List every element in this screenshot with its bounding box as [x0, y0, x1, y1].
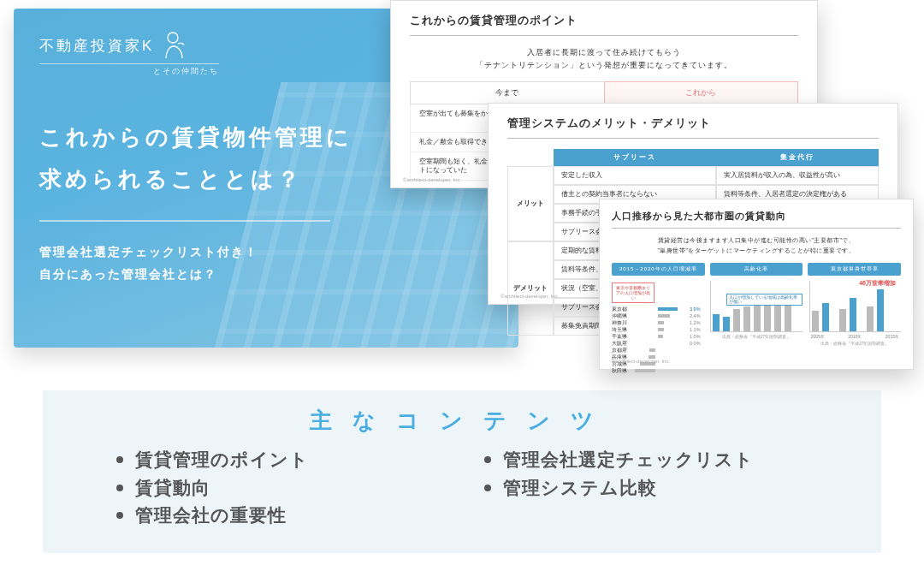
bar-group: 人口が増加している地域は高齢化率が低い [710, 281, 802, 332]
pill: 東京都単身世帯率 [808, 263, 901, 276]
col-past: 今まで [410, 81, 604, 104]
contents-panel: 主なコンテンツ 賃貸管理のポイント 賃貸動向 管理会社の重要性 管理会社選定チェ… [43, 390, 881, 553]
chart-single-household: 46万世帯増加 2005年 2010年 2015年 出典：総務省「平成27年国勢… [809, 281, 901, 375]
cell: 実入居賃料が収入の為、収益性が高い [716, 166, 879, 185]
cell: 安定した収入 [554, 166, 716, 185]
contents-list-left: 賃貸管理のポイント 賃貸動向 管理会社の重要性 [111, 446, 445, 530]
slide-credit: ©architect-developer, Inc. [612, 359, 670, 364]
hbar-row: 沖縄県2.4% [612, 313, 703, 319]
hbar-row: 神奈川1.2% [612, 320, 703, 326]
logo-text: 不動産投資家K [39, 36, 154, 56]
tick: 2005年 [811, 334, 825, 339]
logo-rule [39, 63, 219, 64]
slide-credit: ©architect-developer, Inc. [500, 294, 559, 299]
row-demerit: デメリット [507, 241, 554, 336]
slide-lead: 賃貸経営は今後ますます人口集中が進む可能性の高い"主要都市"で、 "単身世帯"を… [612, 235, 901, 256]
tick: 2010年 [848, 334, 862, 339]
contents-list-right: 管理会社選定チェックリスト 管理システム比較 [479, 446, 813, 530]
contents-heading: 主なコンテンツ [111, 406, 813, 436]
slide-credit: ©architect-developer, Inc. [403, 177, 461, 182]
list-item: 管理システム比較 [479, 474, 813, 503]
svg-point-0 [168, 33, 178, 43]
slide-title: 管理システムのメリット・デメリット [507, 116, 879, 139]
pill: 2015→2020年の人口増減率 [612, 263, 705, 276]
chart-source: 出典：総務省「平成27年国勢調査」 [710, 335, 802, 339]
row-merit: メリット [507, 166, 554, 241]
hbar-row: 埼玉県1.1% [612, 327, 703, 333]
slide-lead: 入居者に長期に渡って住み続けてもらう 「テナントリテンション」という発想が重要に… [410, 46, 798, 73]
bar-group [809, 281, 901, 332]
list-item: 賃貸管理のポイント [111, 446, 445, 474]
contents-lists: 賃貸管理のポイント 賃貸動向 管理会社の重要性 管理会社選定チェックリスト 管理… [111, 446, 813, 530]
callout: 東京や首都圏エリアの人口増加が高い [612, 282, 654, 303]
chart-source: 出典：総務省「平成27年国勢調査」 [809, 342, 901, 346]
slide-population-trend: 人口推移から見た大都市圏の賃貸動向 賃貸経営は今後ますます人口集中が進む可能性の… [599, 199, 914, 370]
pill: 高齢化率 [710, 263, 803, 276]
hbar-row: 京都府 [612, 348, 703, 354]
person-thinking-icon [163, 31, 188, 60]
list-item: 管理会社選定チェックリスト [479, 446, 813, 474]
list-item: 管理会社の重要性 [111, 502, 445, 530]
hbar-row: 千葉県1.0% [612, 334, 703, 340]
logo-sub: とその仲間たち [39, 66, 219, 77]
slide-title: 人口推移から見た大都市圏の賃貸動向 [612, 210, 901, 229]
chart-aging-rate: 人口が増加している地域は高齢化率が低い 出典：総務省「平成27年国勢調査」 [710, 281, 802, 375]
hbar-row: 秋田県 [612, 368, 703, 374]
chart-tabs: 2015→2020年の人口増減率 高齢化率 東京都単身世帯率 [612, 263, 901, 276]
list-item: 賃貸動向 [111, 474, 445, 503]
hbar-row: 大阪府0.0% [612, 341, 703, 347]
col-sublease: サブリース [554, 149, 716, 166]
slide-collage: 不動産投資家K とその仲間たち これからの賃貸物件管理に 求められることとは？ … [0, 0, 924, 368]
callout: 人口が増加している地域は高齢化率が低い [726, 294, 802, 306]
compare-header: 今まで これから [410, 81, 798, 104]
x-axis: 2005年 2010年 2015年 [809, 334, 901, 339]
col-future: これから [604, 81, 799, 104]
hbar-row: 東京都3.9% [612, 306, 703, 312]
tick: 2015年 [886, 334, 899, 339]
col-collection: 集金代行 [716, 149, 879, 166]
slide-title: これからの賃貸管理のポイント [410, 13, 798, 36]
